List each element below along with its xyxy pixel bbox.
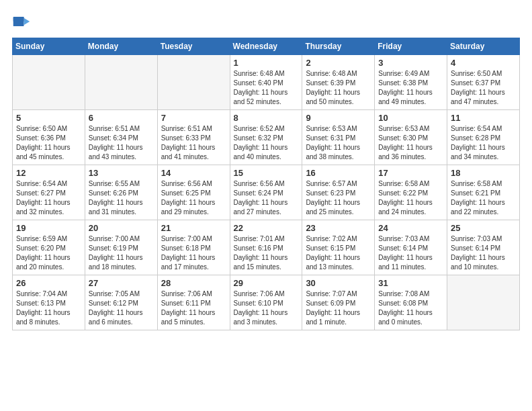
day-info: Sunrise: 7:06 AM Sunset: 6:10 PM Dayligh… (234, 289, 299, 327)
calendar-cell: 3Sunrise: 6:49 AM Sunset: 6:38 PM Daylig… (375, 55, 447, 110)
day-number: 21 (161, 223, 226, 233)
weekday-header-sunday: Sunday (13, 38, 85, 55)
day-info: Sunrise: 6:48 AM Sunset: 6:39 PM Dayligh… (306, 69, 371, 107)
day-info: Sunrise: 6:58 AM Sunset: 6:21 PM Dayligh… (451, 179, 516, 217)
day-number: 7 (161, 113, 226, 123)
calendar-cell: 10Sunrise: 6:53 AM Sunset: 6:30 PM Dayli… (375, 110, 447, 165)
weekday-header-saturday: Saturday (447, 38, 520, 55)
day-info: Sunrise: 7:08 AM Sunset: 6:08 PM Dayligh… (378, 289, 443, 327)
calendar-cell: 15Sunrise: 6:56 AM Sunset: 6:24 PM Dayli… (230, 165, 302, 220)
calendar-cell: 7Sunrise: 6:51 AM Sunset: 6:33 PM Daylig… (157, 110, 230, 165)
weekday-header-monday: Monday (85, 38, 157, 55)
calendar-cell: 27Sunrise: 7:05 AM Sunset: 6:12 PM Dayli… (85, 275, 157, 330)
day-number: 3 (378, 58, 443, 68)
day-number: 14 (161, 168, 226, 178)
svg-marker-1 (24, 18, 30, 26)
calendar-cell: 26Sunrise: 7:04 AM Sunset: 6:13 PM Dayli… (13, 275, 85, 330)
calendar-cell: 4Sunrise: 6:50 AM Sunset: 6:37 PM Daylig… (447, 55, 520, 110)
day-info: Sunrise: 6:54 AM Sunset: 6:28 PM Dayligh… (451, 124, 516, 162)
svg-rect-2 (13, 17, 24, 21)
day-number: 10 (378, 113, 443, 123)
day-number: 24 (378, 223, 443, 233)
calendar-cell: 11Sunrise: 6:54 AM Sunset: 6:28 PM Dayli… (447, 110, 520, 165)
day-number: 16 (306, 168, 371, 178)
day-info: Sunrise: 6:53 AM Sunset: 6:31 PM Dayligh… (306, 124, 371, 162)
day-number: 13 (89, 168, 154, 178)
day-number: 23 (306, 223, 371, 233)
calendar-cell: 29Sunrise: 7:06 AM Sunset: 6:10 PM Dayli… (230, 275, 302, 330)
day-info: Sunrise: 7:03 AM Sunset: 6:14 PM Dayligh… (451, 234, 516, 272)
page: SundayMondayTuesdayWednesdayThursdayFrid… (0, 0, 532, 411)
day-info: Sunrise: 7:00 AM Sunset: 6:18 PM Dayligh… (161, 234, 226, 272)
day-number: 30 (306, 278, 371, 288)
day-info: Sunrise: 7:05 AM Sunset: 6:12 PM Dayligh… (89, 289, 154, 327)
day-number: 15 (234, 168, 299, 178)
calendar-cell: 8Sunrise: 6:52 AM Sunset: 6:32 PM Daylig… (230, 110, 302, 165)
day-info: Sunrise: 6:50 AM Sunset: 6:36 PM Dayligh… (16, 124, 81, 162)
calendar-cell: 30Sunrise: 7:07 AM Sunset: 6:09 PM Dayli… (302, 275, 375, 330)
day-number: 9 (306, 113, 371, 123)
day-number: 20 (89, 223, 154, 233)
day-number: 12 (16, 168, 81, 178)
day-info: Sunrise: 7:00 AM Sunset: 6:19 PM Dayligh… (89, 234, 154, 272)
calendar-cell: 5Sunrise: 6:50 AM Sunset: 6:36 PM Daylig… (13, 110, 85, 165)
calendar-cell (447, 275, 520, 330)
day-number: 2 (306, 58, 371, 68)
calendar-cell: 23Sunrise: 7:02 AM Sunset: 6:15 PM Dayli… (302, 220, 375, 275)
day-number: 11 (451, 113, 516, 123)
calendar-cell (85, 55, 157, 110)
calendar-cell: 21Sunrise: 7:00 AM Sunset: 6:18 PM Dayli… (157, 220, 230, 275)
day-number: 17 (378, 168, 443, 178)
day-info: Sunrise: 6:57 AM Sunset: 6:23 PM Dayligh… (306, 179, 371, 217)
day-info: Sunrise: 7:07 AM Sunset: 6:09 PM Dayligh… (306, 289, 371, 327)
calendar-cell: 20Sunrise: 7:00 AM Sunset: 6:19 PM Dayli… (85, 220, 157, 275)
day-number: 6 (89, 113, 154, 123)
weekday-header-wednesday: Wednesday (230, 38, 302, 55)
calendar-cell: 9Sunrise: 6:53 AM Sunset: 6:31 PM Daylig… (302, 110, 375, 165)
calendar-cell: 2Sunrise: 6:48 AM Sunset: 6:39 PM Daylig… (302, 55, 375, 110)
day-number: 28 (161, 278, 226, 288)
calendar-cell (13, 55, 85, 110)
weekday-header-friday: Friday (375, 38, 447, 55)
day-info: Sunrise: 7:06 AM Sunset: 6:11 PM Dayligh… (161, 289, 226, 327)
day-info: Sunrise: 7:04 AM Sunset: 6:13 PM Dayligh… (16, 289, 81, 327)
day-number: 26 (16, 278, 81, 288)
day-number: 31 (378, 278, 443, 288)
header (12, 12, 520, 31)
day-number: 18 (451, 168, 516, 178)
day-number: 29 (234, 278, 299, 288)
day-info: Sunrise: 6:54 AM Sunset: 6:27 PM Dayligh… (16, 179, 81, 217)
week-row-4: 19Sunrise: 6:59 AM Sunset: 6:20 PM Dayli… (13, 220, 520, 275)
day-number: 27 (89, 278, 154, 288)
calendar-cell: 14Sunrise: 6:56 AM Sunset: 6:25 PM Dayli… (157, 165, 230, 220)
weekday-header-row: SundayMondayTuesdayWednesdayThursdayFrid… (13, 38, 520, 55)
calendar-cell: 22Sunrise: 7:01 AM Sunset: 6:16 PM Dayli… (230, 220, 302, 275)
calendar-cell (157, 55, 230, 110)
day-info: Sunrise: 7:02 AM Sunset: 6:15 PM Dayligh… (306, 234, 371, 272)
logo (12, 12, 32, 31)
calendar-cell: 18Sunrise: 6:58 AM Sunset: 6:21 PM Dayli… (447, 165, 520, 220)
day-number: 19 (16, 223, 81, 233)
day-number: 4 (451, 58, 516, 68)
day-number: 8 (234, 113, 299, 123)
day-info: Sunrise: 6:58 AM Sunset: 6:22 PM Dayligh… (378, 179, 443, 217)
calendar-cell: 1Sunrise: 6:48 AM Sunset: 6:40 PM Daylig… (230, 55, 302, 110)
weekday-header-tuesday: Tuesday (157, 38, 230, 55)
day-info: Sunrise: 6:51 AM Sunset: 6:34 PM Dayligh… (89, 124, 154, 162)
calendar-cell: 6Sunrise: 6:51 AM Sunset: 6:34 PM Daylig… (85, 110, 157, 165)
week-row-1: 1Sunrise: 6:48 AM Sunset: 6:40 PM Daylig… (13, 55, 520, 110)
day-info: Sunrise: 6:48 AM Sunset: 6:40 PM Dayligh… (234, 69, 299, 107)
day-number: 22 (234, 223, 299, 233)
calendar-cell: 16Sunrise: 6:57 AM Sunset: 6:23 PM Dayli… (302, 165, 375, 220)
day-info: Sunrise: 6:53 AM Sunset: 6:30 PM Dayligh… (378, 124, 443, 162)
week-row-5: 26Sunrise: 7:04 AM Sunset: 6:13 PM Dayli… (13, 275, 520, 330)
day-info: Sunrise: 6:56 AM Sunset: 6:25 PM Dayligh… (161, 179, 226, 217)
weekday-header-thursday: Thursday (302, 38, 375, 55)
day-info: Sunrise: 7:01 AM Sunset: 6:16 PM Dayligh… (234, 234, 299, 272)
day-number: 1 (234, 58, 299, 68)
week-row-3: 12Sunrise: 6:54 AM Sunset: 6:27 PM Dayli… (13, 165, 520, 220)
week-row-2: 5Sunrise: 6:50 AM Sunset: 6:36 PM Daylig… (13, 110, 520, 165)
calendar-cell: 17Sunrise: 6:58 AM Sunset: 6:22 PM Dayli… (375, 165, 447, 220)
day-info: Sunrise: 6:55 AM Sunset: 6:26 PM Dayligh… (89, 179, 154, 217)
calendar-cell: 31Sunrise: 7:08 AM Sunset: 6:08 PM Dayli… (375, 275, 447, 330)
